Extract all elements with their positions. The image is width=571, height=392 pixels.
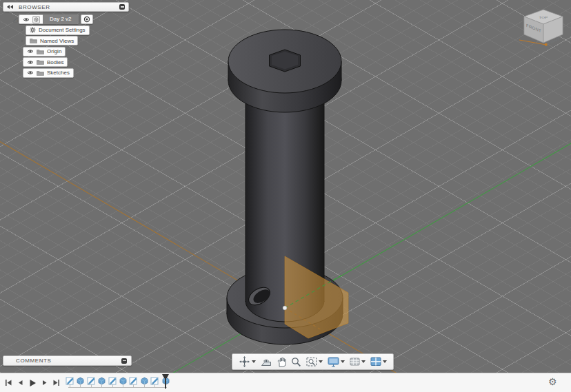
collapsed-chevron-icon[interactable]: › [19, 27, 25, 33]
timeline-feature-sketch-9[interactable] [150, 375, 159, 384]
browser-item-label: Named Views [40, 38, 74, 44]
orbit-tool-button[interactable] [237, 355, 257, 368]
model-3d-body[interactable] [0, 0, 571, 373]
pan-icon [277, 357, 286, 367]
timeline-marker[interactable] [162, 374, 169, 389]
dropdown-caret-icon[interactable] [341, 360, 345, 363]
browser-root-label[interactable]: Day 2 v2 [43, 14, 79, 24]
folder-icon [37, 70, 44, 76]
grid-and-snaps-tool-button[interactable] [348, 356, 367, 367]
expand-triangle-icon[interactable]: ◢ [12, 17, 18, 23]
dropdown-caret-icon[interactable] [361, 360, 365, 363]
timeline-feature-extrude-6[interactable] [119, 375, 128, 384]
viewports-icon [370, 357, 381, 367]
grid-and-snaps-icon [350, 357, 360, 367]
orbit-icon [239, 356, 250, 367]
dropdown-caret-icon[interactable] [383, 360, 387, 363]
display-settings-tool-button[interactable] [326, 356, 346, 368]
browser-item-document-settings[interactable]: ›Document Settings [19, 25, 90, 35]
timeline-feature-extrude-2[interactable] [76, 375, 85, 384]
timeline-feature-sketch-1[interactable] [66, 375, 74, 384]
browser-item-sketches[interactable]: ›Sketches [17, 68, 74, 78]
eye-icon[interactable] [27, 60, 34, 65]
component-cube-icon [32, 16, 40, 23]
collapsed-chevron-icon[interactable]: › [17, 70, 22, 76]
timeline-feature-extrude-4[interactable] [97, 375, 106, 384]
navigation-toolbar [232, 353, 394, 370]
browser-panel-title: BROWSER [19, 4, 119, 10]
origin-point[interactable] [283, 306, 287, 310]
collapsed-chevron-icon[interactable]: › [17, 59, 22, 65]
step-back-button[interactable] [17, 379, 24, 387]
eye-icon[interactable] [27, 49, 34, 54]
browser-item-label: Document Settings [39, 27, 86, 33]
display-settings-icon [328, 357, 339, 367]
viewcube[interactable]: TOP FRONT RIGHT [517, 7, 570, 50]
step-forward-button[interactable] [41, 379, 48, 387]
browser-item-label: Sketches [47, 70, 70, 76]
fit-tool-button[interactable] [305, 356, 324, 368]
timeline-settings-gear-icon[interactable]: ⚙ [548, 375, 557, 389]
zoom-icon [291, 357, 301, 367]
browser-panel-header[interactable]: BROWSER [3, 2, 129, 12]
panel-display-toggle-icon[interactable] [119, 4, 125, 10]
look-at-tool-button[interactable] [259, 356, 273, 368]
look-at-icon [261, 357, 272, 367]
comments-panel-header[interactable]: COMMENTS [3, 355, 132, 366]
go-to-beginning-button[interactable] [5, 379, 12, 387]
timeline-feature-rail [68, 387, 167, 388]
browser-item-root[interactable]: ◢ Day 2 v2 [12, 14, 93, 24]
viewcube-top-label[interactable]: TOP [539, 16, 548, 19]
collapsed-chevron-icon[interactable]: › [19, 38, 25, 44]
activate-component-target-icon[interactable] [81, 14, 93, 24]
collapsed-chevron-icon[interactable]: › [17, 48, 22, 54]
gear-icon [30, 27, 36, 33]
timeline-feature-sketch-3[interactable] [87, 375, 96, 384]
dropdown-caret-icon[interactable] [252, 360, 256, 363]
folder-icon [30, 38, 37, 43]
dropdown-caret-icon[interactable] [319, 360, 323, 363]
eye-icon[interactable] [27, 70, 34, 75]
viewports-tool-button[interactable] [369, 356, 388, 367]
play-button[interactable] [28, 379, 37, 387]
go-to-end-button[interactable] [52, 379, 60, 387]
timeline-features [66, 375, 170, 384]
timeline-feature-extrude-8[interactable] [140, 375, 149, 384]
model-socket-head-cap[interactable] [228, 30, 341, 112]
panel-display-toggle-icon[interactable] [121, 358, 127, 364]
browser-item-label: Origin [47, 48, 61, 54]
fit-icon [306, 357, 317, 367]
pan-tool-button[interactable] [275, 356, 288, 368]
viewcube-axis-marker-icon [545, 43, 548, 46]
folder-icon [37, 59, 44, 65]
timeline-feature-sketch-5[interactable] [108, 375, 117, 384]
timeline-playback-controls [5, 379, 60, 387]
zoom-tool-button[interactable] [290, 356, 303, 368]
model-viewport[interactable]: TOP FRONT RIGHT [0, 0, 571, 373]
folder-icon [37, 49, 44, 54]
collapse-double-arrow-icon[interactable] [7, 5, 13, 9]
browser-item-named-views[interactable]: ›Named Views [19, 36, 78, 45]
eye-icon[interactable] [23, 17, 30, 22]
timeline-feature-sketch-7[interactable] [129, 375, 138, 384]
browser-item-bodies[interactable]: ›Bodies [17, 57, 68, 67]
browser-item-label: Bodies [47, 59, 63, 65]
comments-panel-title: COMMENTS [16, 358, 121, 364]
browser-item-origin[interactable]: ›Origin [17, 47, 66, 56]
